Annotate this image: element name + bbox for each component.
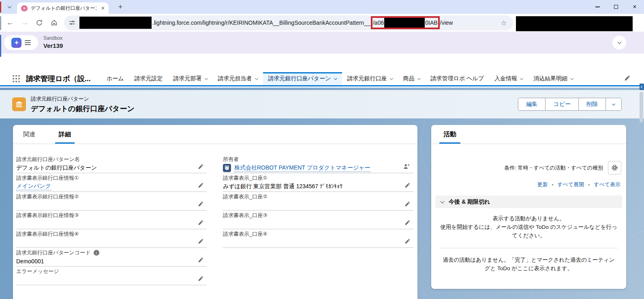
edit-field-pencil-icon[interactable] xyxy=(404,183,410,188)
section-title: 今後 & 期限切れ xyxy=(449,198,490,206)
record-action-button[interactable]: 削除 xyxy=(579,98,606,110)
url-path-suffix: /view xyxy=(440,19,453,26)
activity-link[interactable]: すべて表示 xyxy=(594,181,620,188)
app-launcher-icon[interactable] xyxy=(12,75,20,83)
field-row: 請求元銀行口座パターン名デフォルトの銀行口座パターン xyxy=(16,155,207,173)
edit-field-pencil-icon[interactable] xyxy=(198,201,203,207)
record-header: 請求元銀行口座パターン デフォルトの銀行口座パターン 編集コピー削除 xyxy=(0,90,644,118)
activity-link[interactable]: 更新 xyxy=(537,181,548,188)
nav-tab[interactable]: 請求元担当者 xyxy=(213,72,263,85)
environment-version: Ver139 xyxy=(43,42,63,50)
edit-field-pencil-icon[interactable] xyxy=(198,164,203,170)
field-value: デフォルトの銀行口座パターン xyxy=(16,163,189,172)
edit-field-pencil-icon[interactable] xyxy=(198,239,203,244)
field-row: 所有者株式会社ROBOT PAYMENT プロダクトマネージャー xyxy=(223,155,413,173)
field-column-left: 請求元銀行口座パターン名デフォルトの銀行口座パターン請求書表示銀行口座情報①メイ… xyxy=(16,155,207,285)
field-label-text: 請求書表示銀行口座情報② xyxy=(16,193,79,200)
screen-edge-artifact xyxy=(0,2,1,13)
edit-field-pencil-icon[interactable] xyxy=(404,220,410,226)
reload-icon[interactable] xyxy=(32,16,46,30)
record-action-button[interactable]: コピー xyxy=(546,98,579,110)
nav-tab[interactable]: ホーム xyxy=(101,72,129,85)
field-column-right: 所有者株式会社ROBOT PAYMENT プロダクトマネージャー請求書表示_口座… xyxy=(223,155,413,285)
activity-link[interactable]: すべて展開 xyxy=(557,181,584,188)
chevron-down-icon xyxy=(617,40,621,44)
field-value: メインバンク xyxy=(16,182,189,191)
field-label-text: 請求書表示_口座③ xyxy=(223,212,267,219)
activity-settings-gear-icon[interactable] xyxy=(608,161,621,174)
edit-navigation-pencil-icon[interactable] xyxy=(624,75,630,82)
activity-divider xyxy=(439,248,618,248)
field-label-text: 請求元銀行口座パターンコード xyxy=(16,249,91,256)
record-entity-label: 請求元銀行口座パターン xyxy=(31,95,135,103)
edit-field-pencil-icon[interactable] xyxy=(198,257,203,263)
nav-tab[interactable]: 請求元銀行口座パターン xyxy=(263,72,342,85)
nav-tab-label: 請求元部署 xyxy=(173,75,202,82)
field-label: 請求書表示_口座① xyxy=(223,174,396,182)
site-settings-icon[interactable] xyxy=(69,19,75,26)
nav-tab[interactable]: 消込結果明細 xyxy=(528,72,578,85)
link-separator: • xyxy=(552,182,553,187)
window-minimize-button[interactable] xyxy=(588,0,607,13)
edit-field-pencil-icon[interactable] xyxy=(404,201,410,207)
nav-tab-label: 請求元銀行口座 xyxy=(347,75,387,82)
panel-collapse-nub[interactable] xyxy=(640,84,644,90)
edit-field-pencil-icon[interactable] xyxy=(198,220,203,226)
extension-pill[interactable] xyxy=(4,35,38,50)
tab-search-button[interactable] xyxy=(4,2,15,11)
app-navigation-bar: 請求管理ロボ（設... ホーム請求元設定請求元部署請求元担当者請求元銀行口座パタ… xyxy=(0,72,644,86)
tab-activity[interactable]: 活動 xyxy=(439,125,460,144)
nav-tab[interactable]: 商品 xyxy=(398,72,426,85)
field-label: 所有者 xyxy=(223,156,396,163)
tab-close-button[interactable]: × xyxy=(101,5,105,11)
field-row: 請求書表示銀行口座情報③ xyxy=(16,211,207,229)
edit-field-pencil-icon[interactable] xyxy=(198,276,203,282)
field-value xyxy=(223,219,396,228)
field-label: 請求書表示銀行口座情報① xyxy=(16,174,189,182)
bookmark-star-icon[interactable]: ☆ xyxy=(501,19,510,27)
field-value xyxy=(16,219,189,228)
scrollbar-thumb[interactable] xyxy=(640,92,643,123)
extension-collapse-button[interactable] xyxy=(612,36,626,49)
edit-field-pencil-icon[interactable] xyxy=(404,239,410,244)
url-id-prefix: /a06 xyxy=(373,19,384,26)
field-value xyxy=(223,200,396,210)
nav-tab[interactable]: 請求元銀行口座 xyxy=(342,72,398,85)
address-bar[interactable]: .lightning.force.com/lightning/r/KEIRINO… xyxy=(64,15,513,30)
field-label: 請求元銀行口座パターンコードi xyxy=(16,249,189,256)
screen-edge-artifact xyxy=(0,16,1,30)
field-value: みずほ銀行 東京営業部 普通 1234567 ﾃﾞﾓｶﾝｷｮｳ xyxy=(223,182,396,191)
record-action-button[interactable]: 編集 xyxy=(518,98,546,110)
tab-related[interactable]: 関連 xyxy=(19,125,39,144)
field-value-link[interactable]: メインバンク xyxy=(16,183,51,190)
nav-tab[interactable]: 入金情報 xyxy=(489,72,528,85)
nav-tab[interactable]: 請求管理ロボ ヘルプ xyxy=(426,72,490,85)
upcoming-overdue-section[interactable]: 今後 & 期限切れ xyxy=(435,196,622,208)
field-grid: 請求元銀行口座パターン名デフォルトの銀行口座パターン請求書表示銀行口座情報①メイ… xyxy=(13,144,417,285)
new-tab-button[interactable]: + xyxy=(115,2,126,12)
nav-tab[interactable]: 請求元部署 xyxy=(168,72,213,85)
info-icon[interactable]: i xyxy=(94,250,99,256)
field-label-text: エラーメッセージ xyxy=(16,268,59,275)
bank-object-icon xyxy=(12,97,26,111)
home-icon[interactable] xyxy=(47,16,61,30)
record-id-highlight-box: /a06 0IAB xyxy=(371,16,440,29)
record-actions-dropdown[interactable] xyxy=(606,98,621,110)
change-owner-icon[interactable] xyxy=(403,163,410,170)
forward-icon[interactable]: → xyxy=(18,16,32,30)
tab-details[interactable]: 詳細 xyxy=(55,125,75,144)
window-controls: × xyxy=(588,0,644,13)
edit-field-pencil-icon[interactable] xyxy=(198,183,203,188)
chevron-down-icon xyxy=(441,199,445,203)
owner-link[interactable]: 株式会社ROBOT PAYMENT プロダクトマネージャー xyxy=(234,164,370,172)
screen-edge-artifact xyxy=(0,35,1,57)
browser-tab[interactable]: s デフォルトの銀行口座パターン | 請求 × xyxy=(17,2,109,14)
window-maximize-button[interactable] xyxy=(607,0,625,13)
owner-avatar xyxy=(223,164,231,172)
field-row: 請求書表示銀行口座情報④ xyxy=(16,229,207,248)
nav-tab[interactable]: 請求元設定 xyxy=(129,72,168,85)
field-row: 請求元銀行口座パターンコードiDemo0001 xyxy=(16,248,207,267)
window-close-button[interactable]: × xyxy=(625,0,644,13)
salesforce-favicon-icon: s xyxy=(21,5,28,11)
back-icon[interactable]: ← xyxy=(3,16,17,30)
